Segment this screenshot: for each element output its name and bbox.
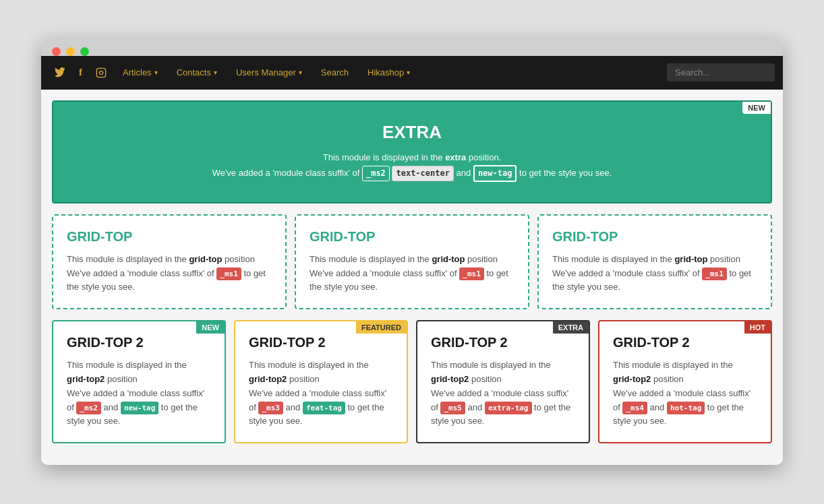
grid-card-solid-2-heading: GRID-TOP 2 (249, 335, 393, 350)
chevron-down-icon: ▾ (299, 69, 302, 76)
extra-badge: NEW (742, 102, 771, 114)
grid-card-solid-1: NEW GRID-TOP 2 This module is displayed … (52, 320, 226, 443)
tag-ms1-1: _ms1 (216, 267, 241, 281)
grid-card-1-text: This module is displayed in the grid-top… (67, 253, 272, 294)
tag-ms5: _ms5 (440, 402, 465, 415)
tag-text-center: text-center (392, 166, 453, 181)
tag-feat-tag: feat-tag (303, 402, 345, 415)
facebook-icon[interactable]: f (73, 56, 88, 90)
extra-module: NEW EXTRA This module is displayed in th… (52, 100, 772, 203)
tag-new-tag: new-tag (473, 165, 517, 182)
grid-top-row2: NEW GRID-TOP 2 This module is displayed … (52, 320, 772, 443)
nav-search-input[interactable] (667, 63, 775, 82)
grid-card-2-text: This module is displayed in the grid-top… (310, 253, 514, 294)
grid-card-solid-4-text: This module is displayed in the grid-top… (613, 358, 757, 429)
browser-window: f Articles ▾ Contacts ▾ Users Manager ▾ … (41, 39, 783, 465)
nav-search[interactable]: Search (313, 56, 357, 90)
chevron-down-icon: ▾ (214, 69, 217, 76)
chevron-down-icon: ▾ (154, 69, 158, 76)
grid-card-solid-1-text: This module is displayed in the grid-top… (67, 358, 211, 429)
tag-ms2b: _ms2 (76, 402, 101, 415)
instagram-icon[interactable] (90, 56, 112, 90)
tag-ms2: _ms2 (362, 166, 390, 181)
tag-ms1-3: _ms1 (702, 267, 727, 281)
grid-card-2: GRID-TOP This module is displayed in the… (295, 214, 529, 309)
grid-card-3-text: This module is displayed in the grid-top… (552, 253, 757, 294)
twitter-icon[interactable] (49, 56, 71, 90)
grid-card-solid-2-text: This module is displayed in the grid-top… (249, 358, 393, 429)
tag-hot-tag: hot-tag (667, 402, 705, 415)
extra-title: EXTRA (80, 122, 744, 143)
card-badge-new: NEW (196, 321, 225, 334)
grid-card-solid-2: FEATURED GRID-TOP 2 This module is displ… (234, 320, 408, 443)
grid-card-1-heading: GRID-TOP (67, 229, 272, 245)
tag-extra-tag: extra-tag (485, 402, 532, 415)
grid-card-solid-3: EXTRA GRID-TOP 2 This module is displaye… (416, 320, 590, 443)
grid-card-solid-4-heading: GRID-TOP 2 (613, 335, 757, 350)
maximize-button[interactable] (80, 47, 89, 56)
minimize-button[interactable] (66, 47, 75, 56)
chevron-down-icon: ▾ (407, 69, 410, 76)
navbar-left: f Articles ▾ Contacts ▾ Users Manager ▾ … (49, 56, 667, 90)
card-badge-hot: HOT (744, 321, 771, 334)
extra-description: This module is displayed in the extra po… (80, 151, 744, 182)
tag-ms1-2: _ms1 (459, 267, 484, 281)
tag-ms3: _ms3 (258, 402, 283, 415)
browser-chrome (41, 39, 783, 56)
grid-card-3: GRID-TOP This module is displayed in the… (537, 214, 772, 309)
grid-card-3-heading: GRID-TOP (552, 229, 757, 245)
content-area: NEW EXTRA This module is displayed in th… (41, 90, 783, 465)
grid-card-solid-4: HOT GRID-TOP 2 This module is displayed … (598, 320, 772, 443)
card-badge-featured: FEATURED (356, 321, 407, 334)
nav-users-manager[interactable]: Users Manager ▾ (228, 56, 310, 90)
close-button[interactable] (52, 47, 61, 56)
tag-newtag: new-tag (121, 402, 158, 415)
card-badge-extra: EXTRA (553, 321, 589, 334)
grid-top-row1: GRID-TOP This module is displayed in the… (52, 214, 772, 309)
grid-card-solid-3-heading: GRID-TOP 2 (431, 335, 575, 350)
tag-ms4: _ms4 (622, 402, 647, 415)
nav-articles[interactable]: Articles ▾ (115, 56, 166, 90)
grid-card-solid-3-text: This module is displayed in the grid-top… (431, 358, 575, 429)
svg-rect-0 (96, 68, 105, 77)
nav-hikashop[interactable]: Hikashop ▾ (359, 56, 418, 90)
grid-card-1: GRID-TOP This module is displayed in the… (52, 214, 287, 309)
grid-card-solid-1-heading: GRID-TOP 2 (67, 335, 211, 350)
nav-contacts[interactable]: Contacts ▾ (169, 56, 225, 90)
grid-card-2-heading: GRID-TOP (310, 229, 514, 245)
navbar: f Articles ▾ Contacts ▾ Users Manager ▾ … (41, 56, 783, 90)
